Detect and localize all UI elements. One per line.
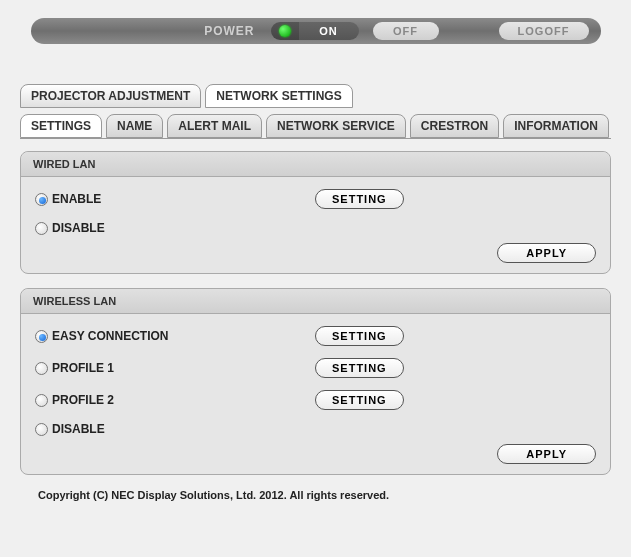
power-label: POWER	[204, 24, 254, 38]
logoff-button[interactable]: LOGOFF	[499, 22, 589, 40]
tab-settings[interactable]: SETTINGS	[20, 114, 102, 138]
radio-wireless-easy[interactable]: EASY CONNECTION	[35, 329, 315, 343]
radio-label: PROFILE 2	[52, 393, 114, 407]
radio-wireless-profile1[interactable]: PROFILE 1	[35, 361, 315, 375]
radio-wireless-disable[interactable]: DISABLE	[35, 422, 315, 436]
panel-title-wireless: WIRELESS LAN	[21, 289, 610, 314]
setting-button-wireless-easy[interactable]: SETTING	[315, 326, 404, 346]
radio-icon	[35, 193, 48, 206]
power-off-button[interactable]: OFF	[373, 22, 439, 40]
radio-label: PROFILE 1	[52, 361, 114, 375]
radio-label: DISABLE	[52, 422, 105, 436]
setting-button-wireless-profile1[interactable]: SETTING	[315, 358, 404, 378]
power-toggle: ON	[271, 22, 359, 40]
apply-button-wireless[interactable]: APPLY	[497, 444, 596, 464]
tab-information[interactable]: INFORMATION	[503, 114, 609, 138]
panel-wired-lan: WIRED LAN ENABLE SETTING DISABLE APPLY	[20, 151, 611, 274]
radio-wired-disable[interactable]: DISABLE	[35, 221, 315, 235]
setting-button-wireless-profile2[interactable]: SETTING	[315, 390, 404, 410]
panel-wireless-lan: WIRELESS LAN EASY CONNECTION SETTING PRO…	[20, 288, 611, 475]
copyright-text: Copyright (C) NEC Display Solutions, Ltd…	[38, 489, 611, 501]
setting-button-wired-enable[interactable]: SETTING	[315, 189, 404, 209]
tabs-inner: SETTINGS NAME ALERT MAIL NETWORK SERVICE…	[20, 114, 611, 138]
tab-crestron[interactable]: CRESTRON	[410, 114, 499, 138]
radio-label: DISABLE	[52, 221, 105, 235]
power-led	[271, 22, 299, 40]
panel-title-wired: WIRED LAN	[21, 152, 610, 177]
led-icon	[279, 25, 291, 37]
tab-network-service[interactable]: NETWORK SERVICE	[266, 114, 406, 138]
tab-projector-adjustment[interactable]: PROJECTOR ADJUSTMENT	[20, 84, 201, 108]
radio-wireless-profile2[interactable]: PROFILE 2	[35, 393, 315, 407]
tab-name[interactable]: NAME	[106, 114, 163, 138]
radio-icon	[35, 362, 48, 375]
tabs-outer: PROJECTOR ADJUSTMENT NETWORK SETTINGS	[20, 84, 611, 108]
power-on-button[interactable]: ON	[299, 22, 359, 40]
radio-icon	[35, 394, 48, 407]
apply-button-wired[interactable]: APPLY	[497, 243, 596, 263]
radio-wired-enable[interactable]: ENABLE	[35, 192, 315, 206]
tab-network-settings[interactable]: NETWORK SETTINGS	[205, 84, 352, 108]
radio-label: EASY CONNECTION	[52, 329, 168, 343]
radio-icon	[35, 330, 48, 343]
top-bar: POWER ON OFF LOGOFF	[31, 18, 601, 44]
tab-alert-mail[interactable]: ALERT MAIL	[167, 114, 262, 138]
radio-icon	[35, 222, 48, 235]
radio-icon	[35, 423, 48, 436]
radio-label: ENABLE	[52, 192, 101, 206]
